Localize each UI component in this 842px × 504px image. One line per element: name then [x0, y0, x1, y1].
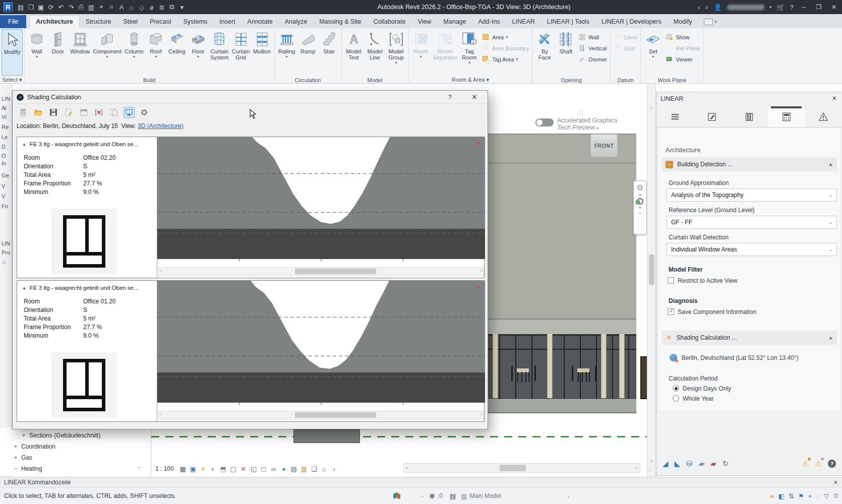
exclude-icon[interactable]: ◧: [778, 492, 785, 500]
sync-with-central-icon[interactable]: ⟳: [46, 2, 55, 12]
dropdown-caret-icon[interactable]: ▾: [769, 5, 772, 10]
ribbon-railing-button[interactable]: Railing▾: [276, 29, 297, 76]
remove-result-icon[interactable]: ✕: [476, 140, 482, 147]
restrict-active-view-label[interactable]: Restrict to Active View: [678, 277, 738, 284]
ribbon-show-button[interactable]: Show: [664, 32, 701, 42]
ribbon-mullion-button[interactable]: Mullion: [252, 29, 273, 76]
crop-remove-icon[interactable]: ✕: [239, 464, 248, 473]
linear-tab-edit[interactable]: [694, 106, 731, 127]
ribbon-by-face-button[interactable]: By Face: [534, 29, 555, 76]
revit-logo-icon[interactable]: R: [3, 2, 13, 12]
chart-scrollbar[interactable]: ‹ ›: [158, 267, 484, 276]
ribbon-component-button[interactable]: Component▾: [91, 29, 123, 76]
section-icon[interactable]: ⌀: [147, 2, 156, 12]
tab-add-ins[interactable]: Add-Ins: [472, 16, 506, 28]
tab-file[interactable]: File: [0, 15, 26, 28]
dropdown-caret-icon[interactable]: ▾: [420, 55, 422, 59]
whole-year-label[interactable]: Whole Year: [683, 395, 713, 402]
tab-insert[interactable]: Insert: [213, 16, 241, 28]
shading-calculation-header[interactable]: ☀ Shading Calculation ... ▲: [661, 331, 837, 345]
tab-steel[interactable]: Steel: [117, 16, 144, 28]
browser-item-gas[interactable]: +Gas: [13, 453, 32, 463]
linear-tab-menu[interactable]: [656, 106, 694, 127]
save-icon[interactable]: ▣: [36, 2, 45, 12]
move-icon[interactable]: +: [808, 492, 812, 500]
ribbon-column-button[interactable]: Column▾: [123, 29, 145, 76]
visual-style-icon[interactable]: ▣: [189, 464, 198, 473]
tab-collaborate[interactable]: Collaborate: [368, 16, 412, 28]
dropdown-caret-icon[interactable]: ▾: [155, 55, 157, 59]
transfer-data-icon[interactable]: ⛁: [686, 459, 693, 468]
cart-icon[interactable]: 🛒: [777, 4, 785, 11]
vertical-scrollbar[interactable]: ⌃ ⌄ .:: [647, 84, 656, 477]
reload-sheet-icon[interactable]: ↻: [723, 459, 729, 468]
ribbon-wall-button[interactable]: Wall▾: [26, 29, 47, 76]
tab-systems[interactable]: Systems: [177, 16, 213, 28]
save-component-info-checkbox[interactable]: [668, 308, 674, 315]
active-design-option[interactable]: Main Model: [470, 492, 501, 499]
design-days-only-radio[interactable]: [673, 385, 679, 392]
tree-expander-icon[interactable]: −: [13, 465, 18, 472]
shading-location[interactable]: Berlin, Deutschland (Lat 52.52° Lon 13.4…: [682, 354, 799, 361]
save-box-icon[interactable]: ▰: [699, 459, 705, 468]
rendering-icon[interactable]: ⬒: [219, 464, 228, 473]
redo-icon[interactable]: ↷: [67, 2, 76, 12]
dimension-icon[interactable]: ⌗: [107, 2, 116, 12]
ribbon-floor-button[interactable]: Floor▾: [188, 29, 209, 76]
tab-structure[interactable]: Structure: [80, 16, 117, 28]
minimize-button[interactable]: ─: [799, 4, 809, 11]
dialog-help-button[interactable]: ?: [448, 93, 452, 101]
tab-precast[interactable]: Precast: [144, 16, 177, 28]
linear-command-bar[interactable]: LINEAR Kommandozeile ✕: [0, 477, 842, 488]
panel-label[interactable]: Select ▾: [0, 77, 24, 83]
undo-icon[interactable]: ↶: [56, 2, 66, 12]
search-icon[interactable]: ⌕: [705, 3, 708, 11]
tab-gallery[interactable]: ▾: [698, 16, 723, 28]
editable-only-icon[interactable]: ⚉: [429, 492, 435, 500]
help-icon[interactable]: ?: [790, 4, 794, 11]
dialog-monitor-icon[interactable]: [124, 107, 135, 118]
remove-result-icon[interactable]: ✕: [476, 283, 482, 291]
ribbon-area-button[interactable]: Area▾: [480, 32, 530, 42]
ribbon-door-button[interactable]: Door: [47, 29, 69, 76]
linear-tab-messages[interactable]: [805, 106, 842, 127]
dialog-calculate-icon[interactable]: [18, 107, 29, 118]
sun-path-icon[interactable]: ☀: [199, 464, 208, 473]
dialog-close-button[interactable]: ✕: [469, 93, 480, 101]
dropdown-caret-icon[interactable]: ▾: [468, 61, 470, 65]
save-component-info-label[interactable]: Save Component Information: [678, 308, 756, 316]
open-icon[interactable]: ❒: [26, 2, 35, 12]
restore-button[interactable]: ❐: [814, 4, 824, 11]
viewcube-home-icon[interactable]: ⌂: [579, 108, 583, 116]
warnings-icon[interactable]: ⚠: [802, 459, 809, 468]
dialog-report-icon[interactable]: [63, 107, 74, 118]
ribbon-curtain-grid-button[interactable]: Curtain Grid: [230, 29, 252, 76]
tab-analyze[interactable]: Analyze: [279, 16, 313, 28]
ribbon-vertical-button[interactable]: Vertical: [576, 43, 609, 53]
pin-icon[interactable]: ⚑: [798, 492, 804, 500]
dialog-copy-icon[interactable]: [108, 107, 119, 118]
dropdown-caret-icon[interactable]: ▾: [106, 55, 108, 59]
scroll-right-icon[interactable]: ›: [480, 268, 482, 273]
collapse-icon[interactable]: ▲: [828, 162, 833, 167]
hscroll-thumb[interactable]: [500, 465, 526, 471]
ribbon-ceiling-button[interactable]: Ceiling: [166, 29, 188, 76]
detail-level-icon[interactable]: ▩: [178, 464, 188, 473]
hide-isolate-icon[interactable]: ∞: [269, 464, 278, 473]
ribbon-window-button[interactable]: Window: [69, 29, 91, 76]
design-days-only-label[interactable]: Design Days Only: [683, 385, 731, 392]
worksharing-icon[interactable]: ▤: [289, 464, 298, 473]
customize-icon[interactable]: ▾: [177, 2, 187, 12]
browser-item-coordination[interactable]: +Coordination: [13, 442, 55, 452]
transfer-icon[interactable]: ▥: [87, 2, 96, 12]
tab-view[interactable]: View: [411, 16, 437, 28]
home-3d-icon[interactable]: ⌂: [127, 2, 136, 12]
nav-caret-icon[interactable]: ▾: [639, 206, 641, 210]
export-component-icon[interactable]: ◣: [675, 459, 681, 468]
chart-scrollbar[interactable]: ‹ ›: [158, 411, 484, 419]
temporary-view-icon[interactable]: ▥: [299, 464, 309, 473]
collapse-icon[interactable]: ▲: [22, 286, 26, 290]
tab-linear-developers[interactable]: LINEAR | Developers: [595, 16, 668, 28]
render-icon[interactable]: ◇: [137, 2, 146, 12]
viewcube-front-face[interactable]: FRONT: [592, 140, 616, 152]
